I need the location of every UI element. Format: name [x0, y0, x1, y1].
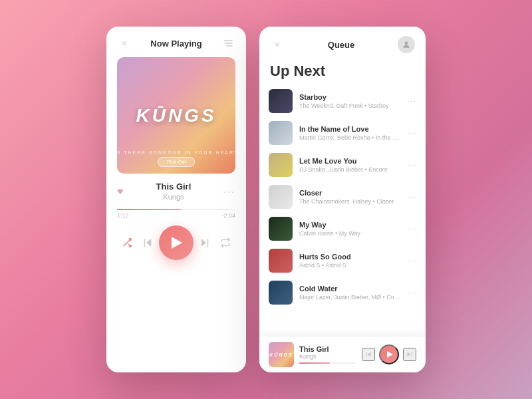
queue-item-subtitle: The Chainsmokers, Halsey • Closer [299, 198, 401, 205]
queue-item-info: Starboy The Weeknd, Daft Punk • Starboy [299, 93, 401, 109]
np-artist: Kungs [299, 353, 356, 360]
svg-point-9 [405, 41, 408, 45]
user-avatar[interactable] [398, 36, 415, 53]
next-button[interactable] [196, 233, 214, 252]
now-playing-title: Now Playing [150, 39, 201, 49]
menu-icon[interactable] [221, 36, 235, 51]
repeat-button[interactable] [216, 233, 235, 252]
np-progress-fill [299, 362, 330, 364]
queue-thumb [269, 217, 293, 241]
queue-item-subtitle: Calvin Harris • My Way [299, 230, 401, 237]
queue-thumb [269, 185, 293, 209]
queue-item-more-icon[interactable]: ··· [408, 160, 416, 170]
queue-thumb [269, 121, 293, 145]
queue-item-title: Starboy [299, 93, 401, 101]
prev-button[interactable] [138, 233, 157, 252]
svg-rect-11 [366, 352, 367, 357]
np-controls [362, 344, 416, 364]
queue-item-info: Closer The Chainsmokers, Halsey • Closer [299, 189, 401, 205]
queue-item[interactable]: Starboy The Weeknd, Daft Punk • Starboy … [259, 85, 426, 117]
queue-item[interactable]: In the Name of Love Martin Garrix, Bebe … [259, 117, 426, 149]
up-next-label: Up Next [259, 60, 426, 85]
queue-item[interactable]: Hurts So Good Astrid S • Astrid S ··· [259, 245, 426, 277]
total-time: -2:04 [221, 212, 235, 219]
np-next-button[interactable] [403, 348, 416, 361]
progress-bar[interactable]: 1:12 -2:04 [106, 203, 246, 220]
svg-marker-5 [146, 239, 152, 247]
np-album-thumb: KŪNGS [269, 342, 294, 367]
svg-marker-10 [368, 352, 371, 357]
np-play-icon [387, 351, 393, 358]
queue-item-subtitle: DJ Snake, Justin Bieber • Encore [299, 166, 401, 173]
queue-item-title: Cold Water [299, 285, 401, 293]
progress-fill [117, 209, 181, 210]
queue-item-info: Let Me Love You DJ Snake, Justin Bieber … [299, 157, 401, 173]
queue-item-subtitle: The Weeknd, Daft Punk • Starboy [299, 102, 401, 109]
song-title: This Girl [156, 182, 192, 192]
song-details: This Girl Kungs [156, 182, 192, 201]
queue-item-info: Cold Water Major Lazer, Justin Bieber, M… [299, 285, 401, 301]
queue-item[interactable]: Cold Water Major Lazer, Justin Bieber, M… [259, 277, 426, 309]
np-progress [299, 362, 356, 364]
current-time: 1:12 [117, 212, 129, 219]
queue-thumb [269, 281, 293, 305]
play-pause-button[interactable] [159, 225, 194, 260]
queue-title: Queue [328, 40, 354, 50]
queue-thumb [269, 153, 293, 177]
np-title: This Girl [299, 345, 356, 353]
more-options-icon[interactable]: ··· [223, 186, 235, 197]
np-play-button[interactable] [379, 344, 399, 364]
progress-times: 1:12 -2:04 [117, 212, 235, 219]
queue-item-info: My Way Calvin Harris • My Way [299, 221, 401, 237]
heart-icon[interactable]: ♥ [117, 186, 124, 198]
queue-item-more-icon[interactable]: ··· [408, 128, 416, 138]
shuffle-button[interactable] [118, 233, 136, 252]
queue-header: × Queue [259, 27, 426, 60]
album-label: This Girl [158, 157, 195, 167]
queue-item-subtitle: Astrid S • Astrid S [299, 262, 401, 269]
queue-close-button[interactable]: × [270, 37, 285, 52]
queue-item-title: My Way [299, 221, 401, 229]
now-playing-header: × Now Playing [106, 27, 246, 57]
queue-item-title: Hurts So Good [299, 253, 401, 261]
progress-track [117, 209, 235, 210]
svg-rect-8 [207, 239, 209, 247]
close-button[interactable]: × [117, 36, 132, 51]
play-icon [172, 237, 182, 249]
queue-item-title: Let Me Love You [299, 157, 401, 165]
svg-marker-12 [408, 352, 411, 357]
svg-rect-13 [412, 352, 412, 357]
queue-item[interactable]: My Way Calvin Harris • My Way ··· [259, 213, 426, 245]
svg-marker-7 [201, 239, 207, 247]
album-art: KŪNGS IS THERE SOMEONE IN YOUR HEART Thi… [117, 57, 235, 174]
queue-item-title: Closer [299, 189, 401, 197]
queue-item-subtitle: Martin Garrix, Bebe Rexha • In the Name.… [299, 134, 401, 141]
queue-item-info: Hurts So Good Astrid S • Astrid S [299, 253, 401, 269]
song-info: ♥ This Girl Kungs ··· [106, 174, 246, 203]
queue-item-more-icon[interactable]: ··· [408, 224, 416, 233]
queue-list: Starboy The Weeknd, Daft Punk • Starboy … [259, 85, 426, 336]
np-info: This Girl Kungs [299, 345, 356, 364]
queue-thumb [269, 89, 293, 113]
album-subtitle: IS THERE SOMEONE IN YOUR HEART [117, 150, 235, 155]
queue-item[interactable]: Let Me Love You DJ Snake, Justin Bieber … [259, 149, 426, 181]
queue-item-subtitle: Major Lazer, Justin Bieber, MØ • Cold Wa… [299, 294, 401, 301]
np-thumb-text: KŪNGS [269, 352, 293, 357]
queue-item-more-icon[interactable]: ··· [408, 256, 416, 265]
queue-thumb [269, 249, 293, 273]
now-playing-bar: KŪNGS This Girl Kungs [259, 336, 426, 372]
queue-item-info: In the Name of Love Martin Garrix, Bebe … [299, 125, 401, 141]
queue-item-more-icon[interactable]: ··· [408, 288, 416, 297]
queue-item-more-icon[interactable]: ··· [408, 96, 416, 106]
now-playing-card: × Now Playing KŪNGS IS THERE SOMEONE IN … [106, 27, 246, 372]
queue-item-more-icon[interactable]: ··· [408, 192, 416, 201]
song-artist: Kungs [156, 193, 192, 201]
queue-item-title: In the Name of Love [299, 125, 401, 133]
playback-controls [106, 220, 246, 271]
album-artist-text: KŪNGS [136, 105, 216, 126]
queue-item[interactable]: Closer The Chainsmokers, Halsey • Closer… [259, 181, 426, 213]
svg-rect-6 [144, 239, 146, 247]
queue-card: × Queue Up Next Starboy The Weeknd, Daft… [259, 27, 426, 372]
np-prev-button[interactable] [362, 348, 375, 361]
